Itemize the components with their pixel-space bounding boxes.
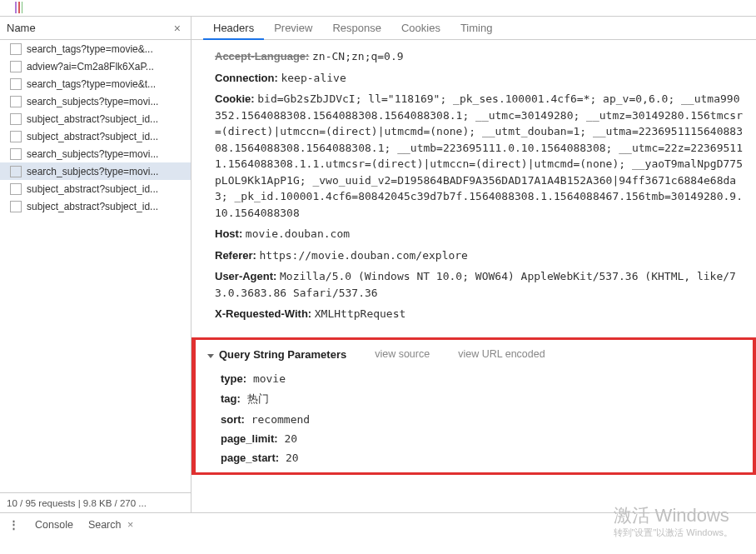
close-icon[interactable]: × <box>171 17 184 40</box>
header-key: Host: <box>215 227 242 240</box>
query-param: page_start: 20 <box>221 452 741 464</box>
file-icon <box>10 78 22 90</box>
request-row[interactable]: subject_abstract?subject_id... <box>0 127 191 145</box>
header-key: Accept-Language: <box>215 50 309 62</box>
request-row[interactable]: search_subjects?type=movi... <box>0 145 191 162</box>
query-string-section: Query String Parameters view source view… <box>191 337 756 475</box>
param-key: page_start: <box>221 452 279 464</box>
request-label: search_subjects?type=movi... <box>27 96 158 107</box>
file-icon <box>10 96 22 107</box>
request-row[interactable]: search_subjects?type=movi... <box>0 92 191 110</box>
request-label: search_tags?type=movie&... <box>27 43 153 55</box>
file-icon <box>10 148 22 160</box>
header-value: bid=Gb2sZbJDVcI; ll="118169"; _pk_ses.10… <box>215 92 743 219</box>
param-value: 20 <box>279 452 298 464</box>
header-key: Cookie: <box>215 92 255 105</box>
tab-preview[interactable]: Preview <box>264 17 322 40</box>
param-value: movie <box>246 372 286 385</box>
query-param: type: movie <box>221 372 741 385</box>
console-tab[interactable]: Console <box>35 519 73 531</box>
param-value: 热门 <box>241 392 269 405</box>
request-row[interactable]: subject_abstract?subject_id... <box>0 197 191 215</box>
name-column-header[interactable]: Name <box>7 17 36 40</box>
tab-timing[interactable]: Timing <box>450 17 503 40</box>
header-key: X-Requested-With: <box>215 307 311 320</box>
file-icon <box>10 113 22 125</box>
header-value: XMLHttpRequest <box>315 307 406 320</box>
tab-cookies[interactable]: Cookies <box>391 17 450 40</box>
request-label: search_subjects?type=movi... <box>27 166 158 177</box>
query-param: sort: recommend <box>221 413 741 426</box>
more-menu-icon[interactable]: ⋮ <box>8 518 20 531</box>
header-value: keep-alive <box>281 72 346 84</box>
search-tab[interactable]: Search × <box>88 519 133 531</box>
request-row[interactable]: subject_abstract?subject_id... <box>0 180 191 197</box>
request-sidebar: Name × search_tags?type=movie&...adview?… <box>0 17 191 512</box>
param-key: type: <box>221 372 246 385</box>
param-key: tag: <box>221 392 241 405</box>
request-row[interactable]: search_tags?type=movie&t... <box>0 75 191 92</box>
header-key: Connection: <box>215 72 278 84</box>
tab-headers[interactable]: Headers <box>203 17 264 40</box>
request-row[interactable]: search_subjects?type=movi... <box>0 162 191 180</box>
view-source-link[interactable]: view source <box>375 348 430 360</box>
section-title: Query String Parameters <box>219 348 346 361</box>
header-value: https://movie.douban.com/explore <box>259 249 467 262</box>
request-label: subject_abstract?subject_id... <box>27 131 158 142</box>
request-label: subject_abstract?subject_id... <box>27 113 158 125</box>
request-label: subject_abstract?subject_id... <box>27 201 158 212</box>
request-row[interactable]: subject_abstract?subject_id... <box>0 110 191 127</box>
detail-tabs: HeadersPreviewResponseCookiesTiming <box>191 17 756 40</box>
headers-pane: Accept-Language: zn-CN;zn;q=0.9 Connecti… <box>191 40 756 512</box>
request-label: adview?ai=Cm2a8Flk6XaP... <box>27 61 154 72</box>
tab-response[interactable]: Response <box>322 17 391 40</box>
request-label: search_tags?type=movie&t... <box>27 78 156 90</box>
request-list: search_tags?type=movie&...adview?ai=Cm2a… <box>0 40 191 492</box>
timeline-strip <box>0 0 756 17</box>
param-key: sort: <box>221 413 245 426</box>
request-label: subject_abstract?subject_id... <box>27 183 158 195</box>
file-icon <box>10 43 22 55</box>
file-icon <box>10 201 22 212</box>
file-icon <box>10 183 22 195</box>
request-row[interactable]: adview?ai=Cm2a8Flk6XaP... <box>0 57 191 75</box>
drawer-bar: ⋮ Console Search × <box>0 512 756 536</box>
query-param: page_limit: 20 <box>221 432 741 445</box>
header-value: movie.douban.com <box>246 227 350 240</box>
header-value: Mozilla/5.0 (Windows NT 10.0; WOW64) App… <box>215 270 736 299</box>
disclosure-triangle-icon[interactable] <box>207 354 214 358</box>
status-bar: 10 / 95 requests | 9.8 KB / 270 ... <box>0 492 191 512</box>
close-icon[interactable]: × <box>127 519 133 531</box>
file-icon <box>10 61 22 72</box>
file-icon <box>10 131 22 142</box>
query-param: tag: 热门 <box>221 392 741 407</box>
request-label: search_subjects?type=movi... <box>27 148 158 160</box>
param-value: 20 <box>278 432 297 445</box>
param-key: page_limit: <box>221 432 278 445</box>
file-icon <box>10 166 22 177</box>
header-value: zn-CN;zn;q=0.9 <box>312 50 404 62</box>
request-row[interactable]: search_tags?type=movie&... <box>0 40 191 57</box>
param-value: recommend <box>245 413 310 426</box>
header-key: User-Agent: <box>215 270 276 282</box>
view-url-encoded-link[interactable]: view URL encoded <box>458 348 545 360</box>
header-key: Referer: <box>215 249 256 262</box>
